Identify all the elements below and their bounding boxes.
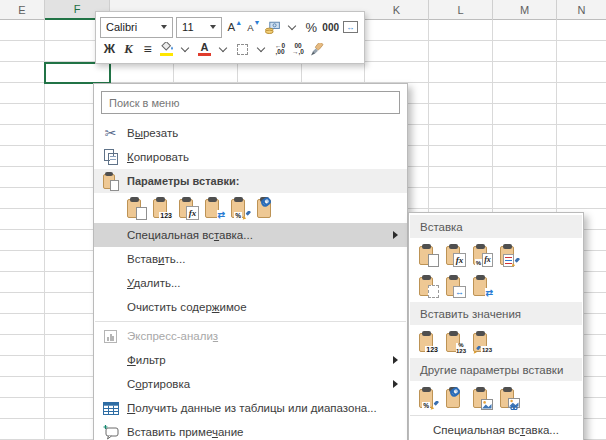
paste-option-values-source-formatting[interactable]: 123	[473, 331, 493, 353]
paste-option-values[interactable]: 123	[153, 197, 173, 219]
borders-button[interactable]	[233, 39, 252, 59]
copy-label: Копировать	[127, 151, 189, 163]
column-header-N[interactable]: N	[557, 0, 606, 20]
increase-decimal-digits: ,00	[275, 49, 284, 56]
paste-option-link[interactable]	[257, 197, 277, 219]
fill-color-dropdown[interactable]	[176, 39, 195, 59]
accounting-format-button[interactable]	[263, 17, 282, 37]
submenu-arrow-icon	[393, 380, 398, 388]
paste-option-paste[interactable]	[419, 244, 439, 266]
grow-font-button[interactable]: A▲	[225, 17, 244, 37]
dropdown-caret-icon	[161, 25, 167, 29]
paste-option-formatting[interactable]: %	[231, 197, 251, 219]
quick-analysis-label: Экспресс-анализ	[127, 330, 218, 342]
scissors-icon: ✂	[105, 126, 117, 140]
font-color-letter: А	[201, 42, 209, 52]
borders-dropdown[interactable]	[252, 39, 271, 59]
italic-button[interactable]: К	[119, 39, 138, 59]
menu-item-get-data[interactable]: Получить данные из таблицы или диапазона…	[94, 396, 407, 420]
clear-contents-label: Очистить содержимое	[127, 301, 247, 313]
menu-item-paste-special[interactable]: Специальная вставка...	[94, 223, 407, 247]
picture-icon	[481, 399, 493, 410]
font-color-button[interactable]: А	[195, 39, 214, 59]
submenu-separator	[410, 415, 582, 416]
fill-color-bar	[160, 53, 173, 56]
shrink-font-button[interactable]: A▼	[244, 17, 263, 37]
chevron-down-icon	[181, 43, 189, 51]
menu-item-cut[interactable]: ✂ Вырезать	[94, 121, 407, 145]
menu-item-new-comment[interactable]: Вставить примечание	[94, 420, 407, 440]
menu-item-clear-contents[interactable]: Очистить содержимое	[94, 295, 407, 319]
submenu-section-other: Другие параметры вставки	[410, 358, 582, 381]
paste-option-link[interactable]	[446, 387, 466, 409]
paste-option-formatting[interactable]: %	[419, 387, 439, 409]
paste-special-label: Специальная вставка...	[127, 229, 253, 241]
menu-item-delete[interactable]: Удалить...	[94, 271, 407, 295]
paste-option-picture[interactable]	[473, 387, 493, 409]
column-header-L[interactable]: L	[429, 0, 493, 20]
menu-item-paste-options: Параметры вставки:	[94, 169, 407, 193]
percent-style-button[interactable]: %	[302, 17, 321, 37]
font-size-combo[interactable]: 11	[176, 17, 222, 38]
decrease-decimal-button[interactable]: 00 →,0	[289, 39, 307, 59]
paste-option-paste[interactable]	[127, 197, 147, 219]
menu-search-input[interactable]	[101, 91, 400, 114]
menu-item-filter[interactable]: Фильтр	[94, 348, 407, 372]
submenu-section-values: Вставить значения	[410, 302, 582, 325]
context-menu: ✂ Вырезать Копировать Параметры вставки:…	[93, 83, 408, 440]
menu-item-copy[interactable]: Копировать	[94, 145, 407, 169]
submenu-paste-row-1: fx %fx	[409, 239, 583, 270]
increase-decimal-button[interactable]: ←0 ,00	[271, 39, 289, 59]
grow-font-icon: A	[228, 21, 236, 33]
merge-center-button[interactable]: ↔	[341, 17, 360, 37]
paste-option-values-number-formatting[interactable]: %123	[446, 331, 466, 353]
font-size-value: 11	[182, 21, 193, 33]
comment-icon	[103, 425, 119, 440]
font-name-value: Calibri	[106, 21, 137, 33]
format-painter-button[interactable]	[307, 39, 326, 59]
comment-gutter	[94, 425, 127, 440]
copy-gutter	[94, 149, 127, 165]
paste-option-formulas-number-formatting[interactable]: %fx	[473, 244, 493, 266]
font-name-combo[interactable]: Calibri	[100, 17, 173, 38]
submenu-paste-row-2: ↔ ⇄	[409, 270, 583, 301]
cut-gutter: ✂	[94, 126, 127, 140]
menu-separator	[95, 321, 406, 322]
mini-toolbar-row-1: Calibri 11 A▲ A▼ % 000 ↔	[100, 16, 360, 38]
submenu-values-row: 123 %123 123	[409, 326, 583, 357]
filter-label: Фильтр	[127, 354, 166, 366]
paste-option-formulas[interactable]: fx	[179, 197, 199, 219]
submenu-arrow-icon	[393, 356, 398, 364]
cut-label: Вырезать	[127, 127, 178, 139]
paste-option-no-borders[interactable]	[419, 275, 439, 297]
bold-button[interactable]: Ж	[100, 39, 119, 59]
font-color-dropdown[interactable]	[214, 39, 233, 59]
align-center-button[interactable]: ≡	[138, 39, 157, 59]
chevron-down-icon	[219, 43, 227, 51]
paste-option-formulas[interactable]: fx	[446, 244, 466, 266]
menu-item-insert[interactable]: Вставить...	[94, 247, 407, 271]
submenu-paste-special-label: Специальная вставка...	[433, 424, 559, 436]
linked-picture-icon	[508, 398, 520, 410]
fill-color-button[interactable]	[157, 39, 176, 59]
column-header-E[interactable]: E	[0, 0, 45, 20]
paste-option-keep-source-formatting[interactable]	[500, 244, 520, 266]
menu-item-sort[interactable]: Сортировка	[94, 372, 407, 396]
get-data-gutter	[94, 402, 127, 415]
paste-option-transpose[interactable]: ⇄	[205, 197, 225, 219]
accounting-format-dropdown[interactable]	[283, 17, 302, 37]
paste-option-transpose[interactable]: ⇄	[473, 275, 493, 297]
comma-style-button[interactable]: 000	[321, 17, 341, 37]
paste-special-submenu: Вставка fx %fx ↔ ⇄ Вставить значения 123…	[408, 212, 584, 440]
column-header-K[interactable]: K	[365, 0, 429, 20]
selected-cell[interactable]	[44, 62, 111, 84]
excel-window: { "grid": { "columns": {"e":"E","f":"F",…	[0, 0, 606, 440]
paste-option-column-widths[interactable]: ↔	[446, 275, 466, 297]
submenu-item-paste-special[interactable]: Специальная вставка...	[409, 418, 583, 440]
submenu-arrow-icon	[393, 231, 398, 239]
up-arrow-icon: ▲	[235, 19, 242, 26]
column-header-M[interactable]: M	[493, 0, 557, 20]
paste-option-linked-picture[interactable]	[500, 387, 520, 409]
dropdown-caret-icon	[210, 25, 216, 29]
paste-option-values[interactable]: 123	[419, 331, 439, 353]
